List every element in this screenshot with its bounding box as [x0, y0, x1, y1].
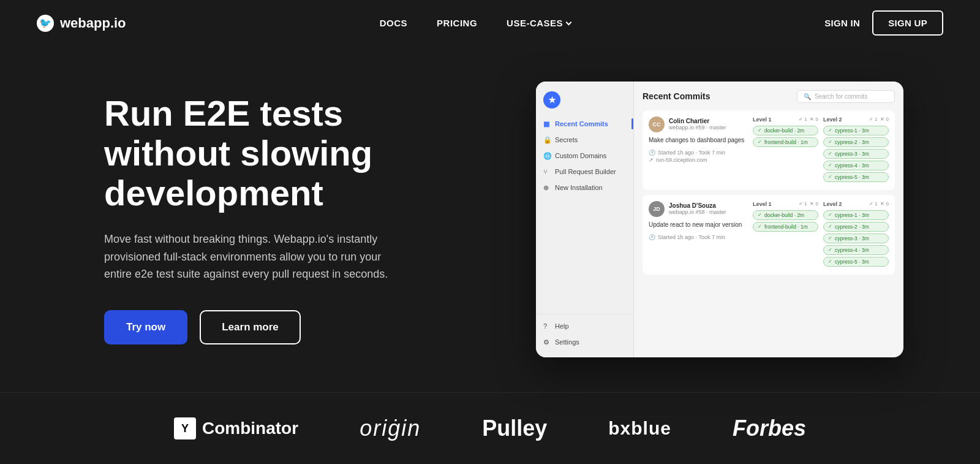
- pr-icon: ⑂: [543, 168, 551, 175]
- commit-message: Update react to new major version: [649, 221, 747, 229]
- commit-meta: 🕐 Started 1h ago · Took 7 min ↗ run-59.c…: [649, 150, 747, 163]
- brand-origin: oriġin: [360, 416, 421, 441]
- sidebar-item-recent-commits[interactable]: ▦ Recent Commits: [536, 116, 633, 132]
- brand-label: Pulley: [482, 416, 547, 441]
- dashboard-mockup: ★ ▦ Recent Commits 🔒 Secrets 🌐 Custom Do…: [536, 82, 903, 357]
- pill: ✓ frontend-build · 1m: [753, 137, 818, 147]
- pill: ✓ cypress-4 · 3m: [823, 161, 889, 170]
- check-icon: ✓: [828, 259, 832, 264]
- nav-pricing[interactable]: PRICING: [437, 18, 477, 28]
- pill: ✓ frontend-build · 1m: [753, 222, 818, 232]
- lock-icon: 🔒: [543, 136, 551, 143]
- search-input[interactable]: 🔍 Search for commits: [797, 90, 895, 103]
- stage-level1: Level 1 ✓ 1 ✕ 0 ✓ docker-build · 2m ✓ fr…: [753, 116, 818, 184]
- try-now-button[interactable]: Try now: [104, 310, 187, 344]
- sidebar-item-help[interactable]: ? Help: [536, 318, 633, 334]
- navbar: 🐦 webapp.io DOCS PRICING USE-CASES SIGN …: [0, 0, 980, 46]
- commit-user: CC Colin Chartier webapp.io #59 · master: [649, 116, 747, 132]
- commits-icon: ▦: [543, 120, 551, 127]
- check-icon: ✓: [828, 224, 832, 229]
- check-icon: ✓: [758, 224, 762, 229]
- sidebar-item-custom-domains[interactable]: 🌐 Custom Domains: [536, 148, 633, 164]
- brands-section: Y Combinator oriġin Pulley bxblue Forbes: [0, 392, 980, 464]
- clock-icon: 🕐: [649, 234, 655, 240]
- brand-pulley: Pulley: [482, 416, 547, 441]
- dashboard-main: Recent Commits 🔍 Search for commits CC C…: [634, 82, 903, 357]
- logo-text: webapp.io: [60, 15, 126, 31]
- pill: ✓ cypress-4 · 3m: [823, 245, 889, 255]
- hero-content: Run E2E tests without slowing developmen…: [104, 94, 447, 344]
- commit-info: CC Colin Chartier webapp.io #59 · master…: [649, 116, 747, 184]
- commit-stages: Level 1 ✓ 1 ✕ 0 ✓ docker-build · 2m ✓ fr…: [753, 201, 889, 268]
- sidebar-item-settings[interactable]: ⚙ Settings: [536, 334, 633, 350]
- check-icon: ✓: [758, 139, 762, 145]
- check-icon: ✓: [828, 151, 832, 156]
- pill: ✓ cypress-5 · 3m: [823, 257, 889, 267]
- sidebar-item-new-installation[interactable]: ⊕ New Installation: [536, 180, 633, 196]
- pill: ✓ cypress-1 · 3m: [823, 126, 889, 135]
- signup-button[interactable]: SIGN UP: [872, 10, 943, 36]
- hero-section: Run E2E tests without slowing developmen…: [0, 46, 980, 392]
- nav-docs[interactable]: DOCS: [380, 18, 407, 28]
- sidebar-item-pull-request-builder[interactable]: ⑂ Pull Request Builder: [536, 164, 633, 180]
- chevron-down-icon: [566, 19, 572, 25]
- dashboard-title: Recent Commits: [643, 91, 710, 101]
- check-icon: ✓: [828, 127, 832, 133]
- pill: ✓ docker-build · 2m: [753, 126, 818, 135]
- commit-row: CC Colin Chartier webapp.io #59 · master…: [643, 110, 895, 190]
- logo-icon: 🐦: [37, 15, 54, 32]
- commit-info: JD Joshua D'Souza webapp.io #58 · master…: [649, 201, 747, 268]
- pill: ✓ docker-build · 2m: [753, 210, 818, 220]
- pill: ✓ cypress-3 · 3m: [823, 234, 889, 243]
- brand-label: bxblue: [608, 418, 671, 439]
- brand-label: Combinator: [202, 419, 298, 438]
- check-icon: ✓: [828, 247, 832, 253]
- nav-links: DOCS PRICING USE-CASES: [380, 18, 571, 28]
- brand-forbes: Forbes: [733, 416, 806, 441]
- commit-meta: 🕐 Started 1h ago · Took 7 min: [649, 234, 747, 240]
- commit-author-name: Joshua D'Souza: [669, 202, 726, 209]
- pill: ✓ cypress-2 · 3m: [823, 137, 889, 147]
- sidebar-bottom: ? Help ⚙ Settings: [536, 314, 633, 350]
- pill: ✓ cypress-2 · 3m: [823, 222, 889, 232]
- logo[interactable]: 🐦 webapp.io: [37, 15, 126, 32]
- stage-level2: Level 2 ✓ 1 ✕ 0 ✓ cypress-1 · 3m ✓ cypre…: [823, 116, 889, 184]
- help-icon: ?: [543, 322, 551, 330]
- check-icon: ✓: [828, 212, 832, 218]
- brand-ycombinator: Y Combinator: [174, 417, 298, 439]
- signin-button[interactable]: SIGN IN: [824, 18, 860, 28]
- commit-user: JD Joshua D'Souza webapp.io #58 · master: [649, 201, 747, 217]
- pill: ✓ cypress-1 · 3m: [823, 210, 889, 220]
- link-icon: ↗: [649, 157, 654, 163]
- check-icon: ✓: [828, 139, 832, 145]
- check-icon: ✓: [758, 212, 762, 218]
- brand-bxblue: bxblue: [608, 418, 671, 439]
- gear-icon: ⚙: [543, 338, 551, 346]
- commit-branch: webapp.io #59 · master: [669, 124, 726, 131]
- globe-icon: 🌐: [543, 152, 551, 159]
- yc-logo-icon: Y: [174, 417, 196, 439]
- hero-buttons: Try now Learn more: [104, 310, 447, 344]
- stage-level1: Level 1 ✓ 1 ✕ 0 ✓ docker-build · 2m ✓ fr…: [753, 201, 818, 268]
- hero-description: Move fast without breaking things. Webap…: [104, 230, 410, 283]
- hero-visual: ★ ▦ Recent Commits 🔒 Secrets 🌐 Custom Do…: [496, 82, 943, 357]
- check-icon: ✓: [828, 235, 832, 241]
- sidebar-logo-icon: ★: [543, 91, 560, 108]
- pill: ✓ cypress-3 · 3m: [823, 149, 889, 159]
- search-icon: 🔍: [804, 93, 811, 100]
- avatar: JD: [649, 201, 665, 217]
- install-icon: ⊕: [543, 184, 551, 191]
- clock-icon: 🕐: [649, 150, 655, 156]
- avatar: CC: [649, 116, 665, 132]
- commit-branch: webapp.io #58 · master: [669, 209, 726, 215]
- commit-author-name: Colin Chartier: [669, 118, 726, 124]
- sidebar-item-secrets[interactable]: 🔒 Secrets: [536, 132, 633, 148]
- commit-stages: Level 1 ✓ 1 ✕ 0 ✓ docker-build · 2m ✓ fr…: [753, 116, 889, 184]
- commit-message: Make changes to dashboard pages: [649, 136, 747, 145]
- learn-more-button[interactable]: Learn more: [200, 310, 301, 344]
- dashboard-header: Recent Commits 🔍 Search for commits: [643, 90, 895, 103]
- hero-title: Run E2E tests without slowing developmen…: [104, 94, 447, 213]
- dashboard-sidebar: ★ ▦ Recent Commits 🔒 Secrets 🌐 Custom Do…: [536, 82, 634, 357]
- check-icon: ✓: [828, 162, 832, 168]
- nav-use-cases[interactable]: USE-CASES: [507, 18, 571, 28]
